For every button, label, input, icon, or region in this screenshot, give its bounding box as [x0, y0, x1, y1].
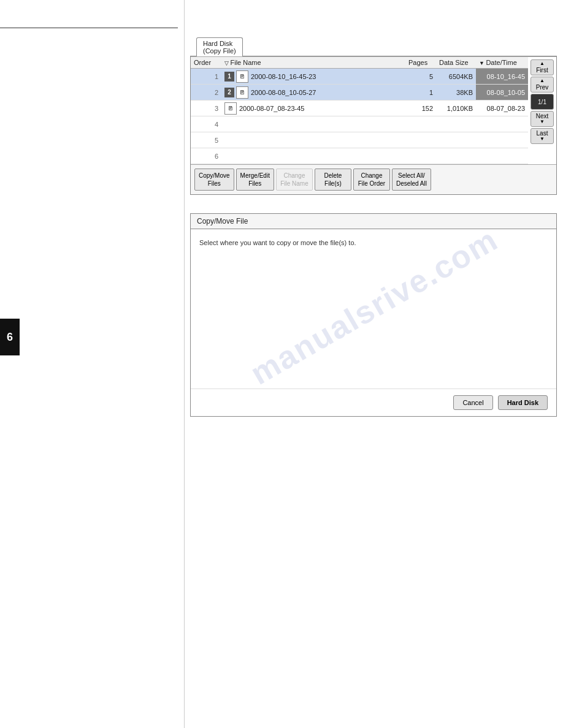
row-number: 6: [191, 148, 221, 164]
table-row[interactable]: 6: [191, 148, 528, 164]
delete-button[interactable]: DeleteFile(s): [315, 169, 351, 191]
prev-arrow-icon: ▲: [540, 78, 545, 84]
panel-body: Order File Name Pages Data: [191, 56, 556, 194]
table-row[interactable]: 11🖹2000-08-10_16-45-2356504KB08-10_16-45: [191, 69, 528, 85]
row-datetime: 08-08_10-05: [476, 85, 528, 100]
datetime-sort-icon: [479, 59, 486, 66]
row-datasize: [436, 132, 476, 148]
table-row[interactable]: 3🖹2000-08-07_08-23-451521,010KB08-07_08-…: [191, 100, 528, 116]
file-table-wrapper: Order File Name Pages Data: [191, 57, 528, 164]
first-arrow-icon: ▲: [540, 61, 545, 67]
cancel-button[interactable]: Cancel: [453, 395, 492, 410]
next-button[interactable]: Next ▼: [530, 111, 554, 127]
file-icon: 🖹: [236, 70, 248, 83]
file-icon: 🖹: [236, 86, 248, 99]
row-pages: 152: [405, 100, 436, 116]
row-filename: [221, 148, 405, 164]
panel-tab: Hard Disk(Copy File): [196, 37, 243, 56]
col-header-datasize: Data Size: [436, 57, 476, 69]
copy-panel-description: Select where you want to copy or move th…: [199, 239, 548, 246]
row-datetime: [476, 132, 528, 148]
table-row[interactable]: 4: [191, 116, 528, 132]
row-filename: 2🖹2000-08-08_10-05-27: [221, 85, 405, 100]
hard-disk-panel-body: Order File Name Pages Data: [190, 56, 557, 195]
merge-edit-button[interactable]: Merge/EditFiles: [236, 169, 274, 191]
row-filename: 1🖹2000-08-10_16-45-23: [221, 69, 405, 85]
chapter-number: 6: [7, 331, 13, 344]
last-arrow-icon: ▼: [540, 137, 545, 142]
last-button[interactable]: Last ▼: [530, 128, 554, 144]
order-badge: 2: [224, 88, 234, 97]
copy-move-button[interactable]: Copy/MoveFiles: [194, 169, 234, 191]
col-header-datetime[interactable]: Date/Time: [476, 57, 528, 69]
row-number: 5: [191, 132, 221, 148]
first-button[interactable]: ▲ First: [530, 59, 554, 75]
col-header-filename[interactable]: File Name: [221, 57, 405, 69]
row-number: 1: [191, 69, 221, 85]
row-datasize: 1,010KB: [436, 100, 476, 116]
change-file-order-button[interactable]: ChangeFile Order: [353, 169, 390, 191]
content-area: Hard Disk(Copy File) Order: [190, 37, 557, 417]
copy-panel-body: Select where you want to copy or move th…: [191, 229, 556, 389]
change-filename-button[interactable]: ChangeFile Name: [276, 169, 313, 191]
hard-disk-panel: Hard Disk(Copy File) Order: [190, 37, 557, 195]
next-arrow-icon: ▼: [540, 119, 545, 125]
hard-disk-button[interactable]: Hard Disk: [498, 395, 548, 410]
row-datasize: [436, 116, 476, 132]
page-indicator: 1/1: [530, 94, 554, 110]
copy-move-panel: Copy/Move File Select where you want to …: [190, 213, 557, 417]
row-datetime: [476, 116, 528, 132]
row-datetime: 08-07_08-23: [476, 100, 528, 116]
row-pages: 5: [405, 69, 436, 85]
order-badge: 1: [224, 72, 234, 82]
copy-panel-footer: Cancel Hard Disk: [191, 389, 556, 416]
row-datasize: 6504KB: [436, 69, 476, 85]
row-datasize: 38KB: [436, 85, 476, 100]
row-pages: [405, 148, 436, 164]
row-datetime: 08-10_16-45: [476, 69, 528, 85]
table-nav-wrapper: Order File Name Pages Data: [191, 56, 556, 164]
row-filename: 🖹2000-08-07_08-23-45: [221, 100, 405, 116]
top-horizontal-line: [0, 28, 178, 28]
row-datasize: [436, 148, 476, 164]
filename-sort-icon: [224, 59, 231, 66]
row-filename: [221, 116, 405, 132]
row-filename: [221, 132, 405, 148]
file-table: Order File Name Pages Data: [191, 57, 528, 164]
copy-panel-title: Copy/Move File: [191, 214, 556, 229]
col-header-order: Order: [191, 57, 221, 69]
nav-buttons: ▲ First ▲ Prev 1/1 Next ▼: [528, 57, 556, 164]
row-number: 3: [191, 100, 221, 116]
row-number: 2: [191, 85, 221, 100]
file-icon: 🖹: [224, 102, 237, 115]
row-pages: [405, 132, 436, 148]
table-row[interactable]: 22🖹2000-08-08_10-05-27138KB08-08_10-05: [191, 85, 528, 100]
chapter-tab: 6: [0, 319, 20, 355]
row-pages: [405, 116, 436, 132]
vertical-divider: [184, 0, 185, 728]
prev-button[interactable]: ▲ Prev: [530, 77, 554, 93]
table-row[interactable]: 5: [191, 132, 528, 148]
row-datetime: [476, 148, 528, 164]
row-pages: 1: [405, 85, 436, 100]
toolbar: Copy/MoveFiles Merge/EditFiles ChangeFil…: [191, 164, 556, 194]
col-header-pages: Pages: [405, 57, 436, 69]
panel-tab-row: Hard Disk(Copy File): [190, 37, 557, 56]
row-number: 4: [191, 116, 221, 132]
select-deselect-all-button[interactable]: Select All/Deseled All: [392, 169, 431, 191]
